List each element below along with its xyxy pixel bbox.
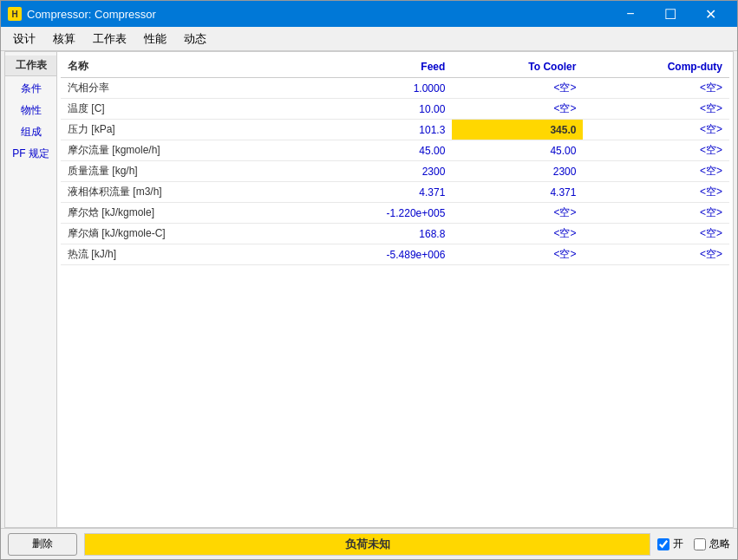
row-comp-duty[interactable]: <空>: [583, 140, 729, 161]
checkbox-group: 开 忽略: [657, 537, 730, 551]
header-name: 名称: [61, 55, 297, 78]
row-comp-duty[interactable]: <空>: [583, 161, 729, 182]
row-label: 温度 [C]: [61, 99, 297, 120]
row-label: 汽相分率: [61, 78, 297, 99]
menu-bar: 设计 核算 工作表 性能 动态: [1, 27, 737, 51]
row-label: 热流 [kJ/h]: [61, 244, 297, 265]
sidebar-title: 工作表: [5, 55, 56, 76]
row-to-cooler[interactable]: <空>: [452, 203, 583, 224]
menu-worksheet[interactable]: 工作表: [84, 28, 135, 50]
close-button[interactable]: ✕: [690, 1, 730, 27]
row-label: 液相体积流量 [m3/h]: [61, 182, 297, 203]
table-row: 温度 [C]10.00<空><空>: [61, 99, 729, 120]
sidebar-item-composition[interactable]: 组成: [5, 121, 56, 143]
main-content: 工作表 条件 物性 组成 PF 规定 名称 Feed To Cooler Com…: [4, 51, 734, 528]
status-bar: 删除 负荷未知 开 忽略: [1, 528, 737, 559]
row-label: 压力 [kPa]: [61, 120, 297, 140]
row-label: 摩尔焓 [kJ/kgmole]: [61, 203, 297, 224]
checkbox-ignore-label: 忽略: [709, 537, 730, 551]
row-feed[interactable]: 2300: [297, 161, 452, 182]
row-label: 摩尔熵 [kJ/kgmole-C]: [61, 224, 297, 244]
checkbox-on-label: 开: [673, 537, 683, 551]
row-label: 质量流量 [kg/h]: [61, 161, 297, 182]
row-comp-duty[interactable]: <空>: [583, 120, 729, 140]
checkbox-on[interactable]: [657, 538, 669, 550]
table-body: 汽相分率1.0000<空><空>温度 [C]10.00<空><空>压力 [kPa…: [61, 78, 729, 265]
menu-performance[interactable]: 性能: [135, 28, 175, 50]
row-feed[interactable]: 4.371: [297, 182, 452, 203]
title-bar: H Compressor: Compressor − ☐ ✕: [1, 1, 737, 27]
row-comp-duty[interactable]: <空>: [583, 78, 729, 99]
row-to-cooler[interactable]: 345.0: [452, 120, 583, 140]
checkbox-ignore-item: 忽略: [694, 537, 730, 551]
menu-dynamic[interactable]: 动态: [175, 28, 215, 50]
menu-design[interactable]: 设计: [4, 28, 44, 50]
row-to-cooler[interactable]: <空>: [452, 78, 583, 99]
table-row: 液相体积流量 [m3/h]4.3714.371<空>: [61, 182, 729, 203]
sidebar-item-pf-spec[interactable]: PF 规定: [5, 143, 56, 165]
window-title: Compressor: Compressor: [27, 8, 156, 21]
maximize-button[interactable]: ☐: [650, 1, 690, 27]
row-feed[interactable]: 1.0000: [297, 78, 452, 99]
table-row: 汽相分率1.0000<空><空>: [61, 78, 729, 99]
status-warning: 负荷未知: [84, 533, 650, 556]
row-comp-duty[interactable]: <空>: [583, 224, 729, 244]
sidebar: 工作表 条件 物性 组成 PF 规定: [5, 52, 57, 527]
table-area: 名称 Feed To Cooler Comp-duty 汽相分率1.0000<空…: [57, 52, 733, 527]
checkbox-on-item: 开: [657, 537, 683, 551]
menu-verify[interactable]: 核算: [44, 28, 84, 50]
row-comp-duty[interactable]: <空>: [583, 182, 729, 203]
header-comp-duty: Comp-duty: [583, 55, 729, 78]
row-to-cooler[interactable]: <空>: [452, 244, 583, 265]
table-row: 摩尔熵 [kJ/kgmole-C]168.8<空><空>: [61, 224, 729, 244]
minimize-button[interactable]: −: [611, 1, 650, 27]
header-to-cooler: To Cooler: [452, 55, 583, 78]
row-comp-duty[interactable]: <空>: [583, 244, 729, 265]
table-header-row: 名称 Feed To Cooler Comp-duty: [61, 55, 729, 78]
row-feed[interactable]: -1.220e+005: [297, 203, 452, 224]
row-feed[interactable]: 168.8: [297, 224, 452, 244]
table-row: 质量流量 [kg/h]23002300<空>: [61, 161, 729, 182]
row-to-cooler[interactable]: 45.00: [452, 140, 583, 161]
row-to-cooler[interactable]: <空>: [452, 99, 583, 120]
checkbox-ignore[interactable]: [694, 538, 706, 550]
row-comp-duty[interactable]: <空>: [583, 203, 729, 224]
row-feed[interactable]: 10.00: [297, 99, 452, 120]
title-bar-left: H Compressor: Compressor: [8, 7, 156, 21]
table-row: 摩尔焓 [kJ/kgmole]-1.220e+005<空><空>: [61, 203, 729, 224]
row-feed[interactable]: 45.00: [297, 140, 452, 161]
app-icon: H: [8, 7, 22, 21]
main-window: H Compressor: Compressor − ☐ ✕ 设计 核算 工作表…: [0, 0, 738, 560]
table-row: 压力 [kPa]101.3345.0<空>: [61, 120, 729, 140]
sidebar-item-conditions[interactable]: 条件: [5, 78, 56, 100]
delete-button[interactable]: 删除: [8, 533, 77, 556]
row-feed[interactable]: -5.489e+006: [297, 244, 452, 265]
table-row: 摩尔流量 [kgmole/h]45.0045.00<空>: [61, 140, 729, 161]
sidebar-item-properties[interactable]: 物性: [5, 100, 56, 121]
title-controls: − ☐ ✕: [611, 1, 730, 27]
row-label: 摩尔流量 [kgmole/h]: [61, 140, 297, 161]
data-table: 名称 Feed To Cooler Comp-duty 汽相分率1.0000<空…: [61, 55, 729, 265]
header-feed: Feed: [297, 55, 452, 78]
row-feed[interactable]: 101.3: [297, 120, 452, 140]
row-comp-duty[interactable]: <空>: [583, 99, 729, 120]
row-to-cooler[interactable]: 4.371: [452, 182, 583, 203]
row-to-cooler[interactable]: <空>: [452, 224, 583, 244]
row-to-cooler[interactable]: 2300: [452, 161, 583, 182]
table-row: 热流 [kJ/h]-5.489e+006<空><空>: [61, 244, 729, 265]
